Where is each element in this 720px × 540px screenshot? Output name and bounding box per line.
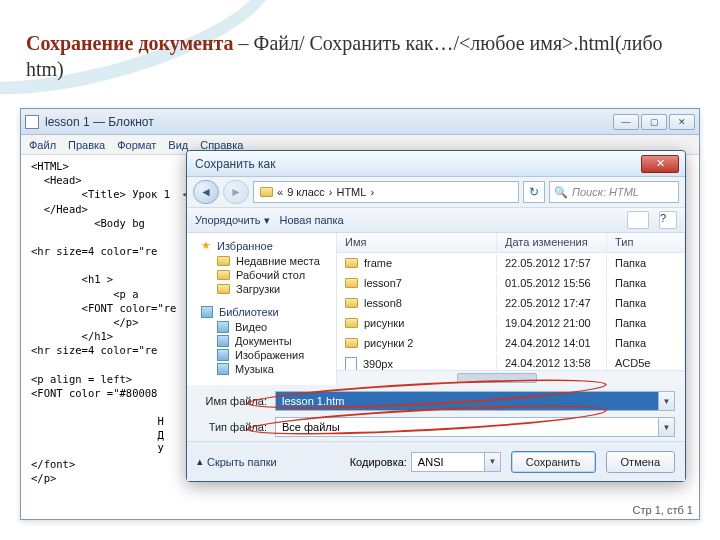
slide-title: Сохранение документа – Файл/ Сохранить к… <box>26 30 694 82</box>
dialog-toolbar: Упорядочить ▾ Новая папка ? <box>187 207 685 233</box>
maximize-button[interactable]: ▢ <box>641 114 667 130</box>
file-list[interactable]: frame22.05.2012 17:57Папкаlesson701.05.2… <box>337 253 685 370</box>
folder-icon <box>217 284 230 294</box>
encoding-label: Кодировка: <box>350 456 407 468</box>
filetype-select[interactable]: Все файлы ▼ <box>275 417 675 437</box>
filetype-label: Тип файла: <box>197 421 267 433</box>
refresh-button[interactable]: ↻ <box>523 181 545 203</box>
folder-icon <box>345 258 358 268</box>
minimize-button[interactable]: — <box>613 114 639 130</box>
nav-row: ◄ ► « 9 класс › HTML › ↻ 🔍 Поиск: HTML <box>187 177 685 207</box>
chevron-down-icon[interactable]: ▼ <box>658 418 674 436</box>
search-input[interactable]: 🔍 Поиск: HTML <box>549 181 679 203</box>
column-headers: Имя Дата изменения Тип <box>337 233 685 253</box>
breadcrumb[interactable]: « 9 класс › HTML › <box>253 181 519 203</box>
notepad-titlebar: lesson 1 — Блокнот — ▢ ✕ <box>21 109 699 135</box>
fav-downloads[interactable]: Загрузки <box>187 282 336 296</box>
library-icon <box>201 306 213 318</box>
lib-docs[interactable]: Документы <box>187 334 336 348</box>
notepad-statusbar: Стр 1, стб 1 <box>633 501 693 519</box>
filename-input[interactable]: lesson 1.htm ▼ <box>275 391 675 411</box>
menu-help[interactable]: Справка <box>200 139 243 151</box>
file-row[interactable]: frame22.05.2012 17:57Папка <box>337 253 685 273</box>
dialog-title: Сохранить как <box>195 157 275 171</box>
search-placeholder: Поиск: HTML <box>572 186 639 198</box>
file-pane: Имя Дата изменения Тип frame22.05.2012 1… <box>337 233 685 385</box>
encoding-select[interactable]: ANSI ▼ <box>411 452 501 472</box>
favorites-group[interactable]: ★Избранное <box>187 237 336 254</box>
new-folder-button[interactable]: Новая папка <box>280 214 344 226</box>
scroll-thumb[interactable] <box>457 373 537 383</box>
col-type[interactable]: Тип <box>607 233 685 252</box>
file-fields: Имя файла: lesson 1.htm ▼ Тип файла: Все… <box>187 385 685 443</box>
file-row[interactable]: lesson822.05.2012 17:47Папка <box>337 293 685 313</box>
back-button[interactable]: ◄ <box>193 180 219 204</box>
nav-pane: ★Избранное Недавние места Рабочий стол З… <box>187 233 337 385</box>
file-row[interactable]: рисунки 224.04.2012 14:01Папка <box>337 333 685 353</box>
dialog-close-button[interactable]: ✕ <box>641 155 679 173</box>
chevron-down-icon[interactable]: ▼ <box>658 392 674 410</box>
folder-icon <box>345 278 358 288</box>
dialog-footer: ▴Скрыть папки Кодировка: ANSI ▼ Сохранит… <box>187 441 685 481</box>
folder-icon <box>260 187 273 197</box>
file-row[interactable]: рисунки19.04.2012 21:00Папка <box>337 313 685 333</box>
libraries-group[interactable]: Библиотеки <box>187 304 336 320</box>
status-pos: Стр 1, стб 1 <box>633 504 693 516</box>
filename-label: Имя файла: <box>197 395 267 407</box>
menu-view[interactable]: Вид <box>168 139 188 151</box>
folder-icon <box>217 270 230 280</box>
hide-folders-link[interactable]: ▴Скрыть папки <box>197 455 277 468</box>
library-icon <box>217 363 229 375</box>
dialog-titlebar: Сохранить как ✕ <box>187 151 685 177</box>
organize-button[interactable]: Упорядочить ▾ <box>195 214 270 227</box>
file-icon <box>345 357 357 370</box>
lib-music[interactable]: Музыка <box>187 362 336 376</box>
col-date[interactable]: Дата изменения <box>497 233 607 252</box>
folder-icon <box>345 298 358 308</box>
window-buttons: — ▢ ✕ <box>613 114 695 130</box>
folder-icon <box>345 318 358 328</box>
fav-recent[interactable]: Недавние места <box>187 254 336 268</box>
h-scrollbar[interactable] <box>337 370 685 385</box>
menu-format[interactable]: Формат <box>117 139 156 151</box>
close-button[interactable]: ✕ <box>669 114 695 130</box>
notepad-title: lesson 1 — Блокнот <box>45 115 154 129</box>
slide-title-red: Сохранение документа <box>26 32 234 54</box>
cancel-button[interactable]: Отмена <box>606 451 675 473</box>
library-icon <box>217 349 229 361</box>
notepad-icon <box>25 115 39 129</box>
library-icon <box>217 335 229 347</box>
dialog-body: ★Избранное Недавние места Рабочий стол З… <box>187 233 685 385</box>
save-button[interactable]: Сохранить <box>511 451 596 473</box>
fav-desktop[interactable]: Рабочий стол <box>187 268 336 282</box>
save-as-dialog: Сохранить как ✕ ◄ ► « 9 класс › HTML › ↻… <box>186 150 686 482</box>
encoding-group: Кодировка: ANSI ▼ <box>350 452 501 472</box>
folder-icon <box>345 338 358 348</box>
file-row[interactable]: lesson701.05.2012 15:56Папка <box>337 273 685 293</box>
chevron-down-icon[interactable]: ▼ <box>484 453 500 471</box>
star-icon: ★ <box>201 239 211 252</box>
help-button[interactable]: ? <box>659 211 677 229</box>
forward-button[interactable]: ► <box>223 180 249 204</box>
library-icon <box>217 321 229 333</box>
search-icon: 🔍 <box>554 186 568 199</box>
chevron-up-icon: ▴ <box>197 455 203 468</box>
folder-icon <box>217 256 230 266</box>
lib-images[interactable]: Изображения <box>187 348 336 362</box>
menu-file[interactable]: Файл <box>29 139 56 151</box>
menu-edit[interactable]: Правка <box>68 139 105 151</box>
lib-video[interactable]: Видео <box>187 320 336 334</box>
file-row[interactable]: 390px24.04.2012 13:58ACD5e <box>337 353 685 370</box>
view-button[interactable] <box>627 211 649 229</box>
col-name[interactable]: Имя <box>337 233 497 252</box>
